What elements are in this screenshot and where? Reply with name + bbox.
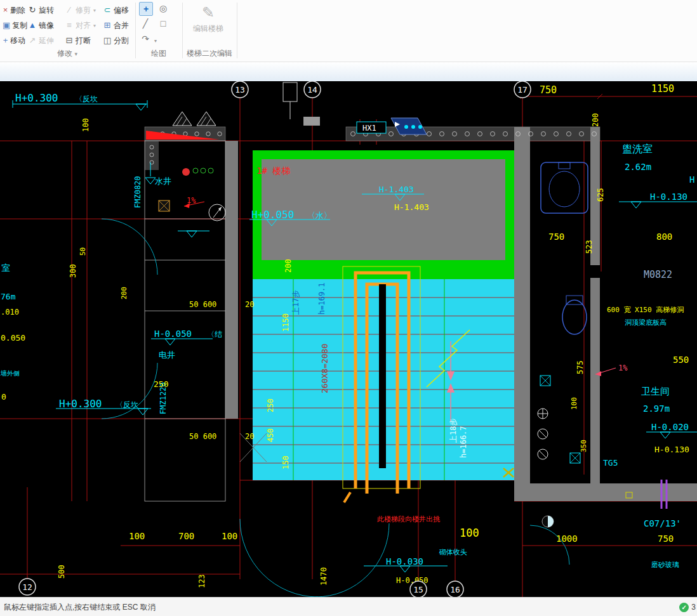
cad-annotation: 450 [266, 428, 275, 442]
cad-annotation: TG5 [603, 458, 618, 468]
ribbon-toolbar: ×删除 ↻旋转 ∕修剪▾ ⊂偏移 ▣复制 ▲镜像 ≡对齐▾ ⊞合并 +移动 ↗延… [0, 0, 697, 62]
cad-annotation: H-1.403 [394, 202, 429, 212]
cad-annotation: 100 [460, 527, 479, 539]
split-button[interactable]: ◫分割 [102, 33, 137, 48]
arc-tool[interactable]: ↷▾ [139, 32, 152, 45]
copy-icon: ▣ [3, 21, 10, 30]
group-separator [237, 3, 237, 58]
break-button[interactable]: ⊟打断 [63, 33, 100, 48]
delete-label: 删除 [10, 5, 25, 16]
cad-annotation: 76m [1, 292, 16, 301]
cad-annotation: H-0.030 [386, 556, 423, 567]
modify-group-label[interactable]: 修改 ▾ [0, 48, 135, 59]
cad-annotation: 0 [1, 392, 6, 402]
stair-group-label: 楼梯二次编辑 [183, 48, 236, 59]
cad-annotation: 200 [284, 259, 293, 273]
cad-annotation: M0822 [644, 269, 672, 280]
cad-canvas[interactable]: H+0.300〈反坎7501150200盥洗室2.62mHH-0.1306257… [0, 81, 697, 597]
cad-annotation: 1% [187, 196, 196, 205]
grid-bubble-number: 15 [413, 585, 423, 594]
cad-annotation: 墙外侧 [0, 370, 20, 377]
cad-annotation: 室 [1, 263, 10, 273]
cad-annotation: h=169.1 [317, 282, 326, 315]
rectangle-tool[interactable]: □ [157, 17, 169, 30]
cad-drawing[interactable]: H+0.300〈反坎7501150200盥洗室2.62mHH-0.1306257… [0, 81, 697, 597]
grid-bubble-number: 16 [450, 585, 460, 594]
cad-annotation: 〈结 [207, 330, 222, 339]
extend-button[interactable]: ↗延伸 [27, 33, 62, 48]
cad-annotation: 700 [178, 531, 194, 541]
status-hint: 鼠标左键指定插入点,按右键结束或 ESC 取消 [0, 602, 156, 613]
cad-annotation: H+0.050 [251, 209, 294, 221]
trim-label: 修剪 [76, 5, 91, 16]
cad-annotation: 100 [570, 397, 578, 410]
grid-bubble-number: 13 [235, 85, 245, 95]
circle-tool[interactable]: ◎ [157, 2, 169, 15]
extend-icon: ↗ [28, 36, 37, 45]
cad-annotation: C07/13' [644, 518, 681, 528]
stair-well-gap [379, 284, 386, 468]
align-button[interactable]: ≡对齐▾ [63, 18, 100, 33]
cad-annotation: 100 [222, 531, 237, 541]
red-dot [182, 168, 190, 176]
cad-annotation: 100 [81, 118, 90, 132]
move-button[interactable]: +移动 [1, 33, 25, 48]
cad-annotation: 1000 [556, 534, 578, 544]
copy-button[interactable]: ▣复制 [1, 18, 25, 33]
insert-point-icon: + [143, 4, 149, 14]
merge-button[interactable]: ⊞合并 [102, 18, 137, 33]
split-label: 分割 [114, 36, 129, 46]
cad-annotation: 200 [120, 287, 128, 299]
cad-annotation: 625 [596, 188, 605, 202]
cad-annotation: H-0.130 [650, 192, 687, 202]
cad-annotation: H+0.300 [15, 92, 58, 104]
cad-annotation: 盥洗室 [622, 143, 653, 155]
line-tool[interactable]: ╱ [139, 17, 152, 30]
grip-dot[interactable] [404, 125, 408, 129]
cad-annotation: 0.050 [1, 333, 25, 343]
cad-annotation: H [689, 174, 694, 185]
delete-button[interactable]: ×删除 [1, 3, 25, 18]
edit-stair-label: 编辑楼梯 [188, 23, 229, 34]
cad-annotation: 20 [245, 300, 254, 309]
grip-dot[interactable] [411, 125, 415, 129]
cad-annotation: 1# 楼梯 [256, 166, 290, 176]
cad-annotation: H+0.300 [59, 398, 102, 410]
cad-annotation: 电井 [159, 350, 175, 360]
arc-caret-icon: ▾ [154, 38, 157, 44]
extend-label: 延伸 [39, 36, 54, 46]
align-caret-icon: ▾ [93, 23, 96, 29]
cad-annotation: 300 [69, 264, 77, 278]
trim-button[interactable]: ∕修剪▾ [63, 3, 100, 18]
cad-annotation: 250 [266, 398, 275, 412]
move-label: 移动 [10, 36, 25, 46]
cad-annotation: 100 [129, 531, 145, 541]
cad-annotation: 〈水〉 [307, 211, 332, 220]
edit-stair-button[interactable]: ✎ 编辑楼梯 [188, 3, 229, 34]
arc-icon: ↷ [142, 34, 149, 44]
cad-annotation: 上18步 [449, 419, 458, 443]
offset-button[interactable]: ⊂偏移 [102, 3, 137, 18]
line-icon: ╱ [143, 18, 148, 29]
rotate-button[interactable]: ↻旋转 [27, 3, 62, 18]
cad-annotation: HX1 [362, 124, 376, 133]
cad-annotation: 150 [281, 455, 290, 469]
mirror-icon: ▲ [28, 21, 37, 30]
cad-annotation: 1% [618, 364, 628, 372]
cad-annotation: 575 [576, 360, 585, 374]
ribbon-group-draw: + ◎ ╱ □ ↷▾ 绘图 [136, 0, 182, 61]
grid-bubble-number: 17 [517, 85, 528, 95]
status-right: ✓ 3 [679, 603, 696, 612]
modify-grid: ×删除 ↻旋转 ∕修剪▾ ⊂偏移 ▣复制 ▲镜像 ≡对齐▾ ⊞合并 +移动 ↗延… [1, 3, 137, 48]
mirror-label: 镜像 [39, 20, 54, 31]
cad-annotation: H-0.020 [651, 422, 689, 432]
mirror-button[interactable]: ▲镜像 [27, 18, 62, 33]
landing-slab [262, 159, 505, 260]
delete-icon: × [3, 6, 8, 15]
cad-annotation: 50 600 [189, 300, 216, 309]
grip-dot[interactable] [418, 125, 422, 129]
grid-bubble-number: 12 [22, 582, 32, 592]
status-check-icon[interactable]: ✓ [679, 603, 689, 612]
insert-point-tool[interactable]: + [139, 2, 153, 16]
cad-annotation: 550 [673, 355, 689, 365]
